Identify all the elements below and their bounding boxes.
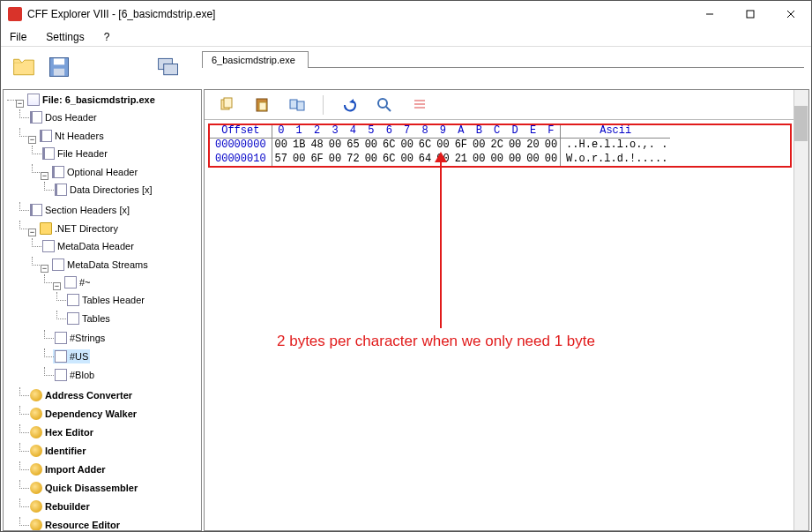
close-button[interactable]: [771, 1, 811, 27]
tree-strings-stream[interactable]: #Strings: [53, 331, 107, 345]
tool-icon: [30, 389, 42, 401]
page-icon: [42, 240, 55, 252]
tree-optional-header[interactable]: Optional Header: [50, 165, 139, 179]
tree-address-converter[interactable]: Address Converter: [28, 388, 134, 402]
arrow-head-icon: [435, 152, 447, 162]
svg-rect-14: [297, 101, 304, 110]
page-icon: [52, 166, 64, 178]
svg-rect-6: [54, 69, 64, 76]
hex-view-pane: Offset0123456789ABCDEFAscii00000000001B4…: [204, 89, 809, 531]
tab-label: 6_basicmdstrip.exe: [212, 55, 295, 65]
tree-tables[interactable]: Tables: [65, 311, 112, 326]
tool-icon: [30, 500, 42, 513]
expander-icon[interactable]: −: [41, 265, 48, 273]
tree-tilde-stream[interactable]: #~: [63, 275, 93, 289]
tree-metadata-streams[interactable]: MetaData Streams: [50, 258, 150, 272]
svg-rect-1: [747, 11, 754, 18]
tree-us-stream[interactable]: #US: [53, 349, 90, 363]
tool-icon: [30, 519, 42, 531]
app-icon: [8, 7, 22, 21]
copy-icon[interactable]: [217, 95, 236, 115]
swap-icon[interactable]: [287, 95, 307, 115]
tree-hex-editor[interactable]: Hex Editor: [28, 425, 95, 439]
tree-data-directories[interactable]: Data Directories [x]: [53, 183, 154, 197]
page-icon: [67, 312, 79, 325]
expander-icon[interactable]: −: [53, 282, 61, 290]
svg-rect-5: [54, 58, 64, 64]
tree-nt-headers[interactable]: Nt Headers: [38, 129, 106, 143]
menu-help[interactable]: ?: [101, 29, 114, 45]
tree-import-adder[interactable]: Import Adder: [28, 462, 108, 476]
open-icon[interactable]: [8, 51, 40, 83]
page-icon: [55, 332, 67, 344]
tree-metadata-header[interactable]: MetaData Header: [41, 239, 136, 253]
tree-dos-header[interactable]: Dos Header: [28, 110, 99, 124]
svg-line-16: [386, 107, 391, 111]
vertical-scrollbar[interactable]: [793, 90, 808, 530]
tree-dependency-walker[interactable]: Dependency Walker: [28, 407, 138, 421]
scrollbar-thumb[interactable]: [794, 106, 808, 141]
svg-rect-8: [164, 64, 178, 75]
annotation-text: 2 bytes per character when we only need …: [277, 333, 595, 350]
svg-rect-13: [290, 100, 297, 109]
tree-identifier[interactable]: Identifier: [28, 444, 87, 458]
page-icon: [55, 184, 67, 196]
maximize-button[interactable]: [730, 1, 771, 27]
expander-icon[interactable]: −: [16, 100, 24, 108]
tree-file-header[interactable]: File Header: [41, 146, 109, 161]
window-title: CFF Explorer VIII - [6_basicmdstrip.exe]: [27, 8, 689, 20]
paste-icon[interactable]: [252, 95, 272, 115]
tool-icon: [30, 445, 42, 457]
tool-icon: [30, 426, 42, 438]
svg-rect-12: [259, 102, 266, 110]
folder-icon: [40, 222, 52, 235]
page-icon: [67, 294, 79, 306]
page-icon: [30, 204, 42, 216]
expander-icon[interactable]: −: [28, 229, 36, 236]
page-icon: [55, 369, 67, 381]
tree-section-headers[interactable]: Section Headers [x]: [28, 203, 131, 217]
minimize-button[interactable]: [689, 1, 730, 27]
save-icon[interactable]: [43, 51, 75, 83]
annotation-arrow: [440, 155, 442, 328]
svg-point-15: [378, 99, 387, 108]
page-icon: [52, 259, 64, 271]
tree-resource-editor[interactable]: Resource Editor: [28, 518, 122, 531]
tree-net-directory[interactable]: .NET Directory: [38, 221, 120, 236]
page-icon: [64, 276, 77, 288]
tree-pane: −File: 6_basicmdstrip.exe Dos Header −Nt…: [3, 89, 202, 531]
page-icon: [30, 111, 42, 124]
search-icon[interactable]: [375, 95, 394, 115]
tree-root[interactable]: File: 6_basicmdstrip.exe: [26, 93, 157, 107]
windows-icon[interactable]: [153, 51, 184, 83]
undo-icon[interactable]: [339, 95, 359, 115]
list-icon[interactable]: [410, 95, 429, 115]
file-tab[interactable]: 6_basicmdstrip.exe: [202, 51, 309, 68]
tree-rebuilder[interactable]: Rebuilder: [28, 499, 92, 513]
file-icon: [27, 94, 40, 106]
expander-icon[interactable]: −: [41, 172, 48, 180]
tree-quick-disassembler[interactable]: Quick Disassembler: [28, 481, 139, 495]
menu-file[interactable]: File: [6, 29, 30, 45]
tree-blob-stream[interactable]: #Blob: [53, 368, 96, 382]
tool-icon: [30, 408, 42, 420]
expander-icon[interactable]: −: [28, 136, 36, 144]
tool-icon: [30, 482, 42, 494]
page-icon: [42, 147, 55, 160]
menu-settings[interactable]: Settings: [42, 29, 87, 45]
tree-tables-header[interactable]: Tables Header: [65, 293, 146, 307]
tool-icon: [30, 463, 42, 476]
page-icon: [40, 130, 52, 142]
svg-rect-10: [224, 98, 232, 108]
page-icon: [55, 350, 67, 363]
